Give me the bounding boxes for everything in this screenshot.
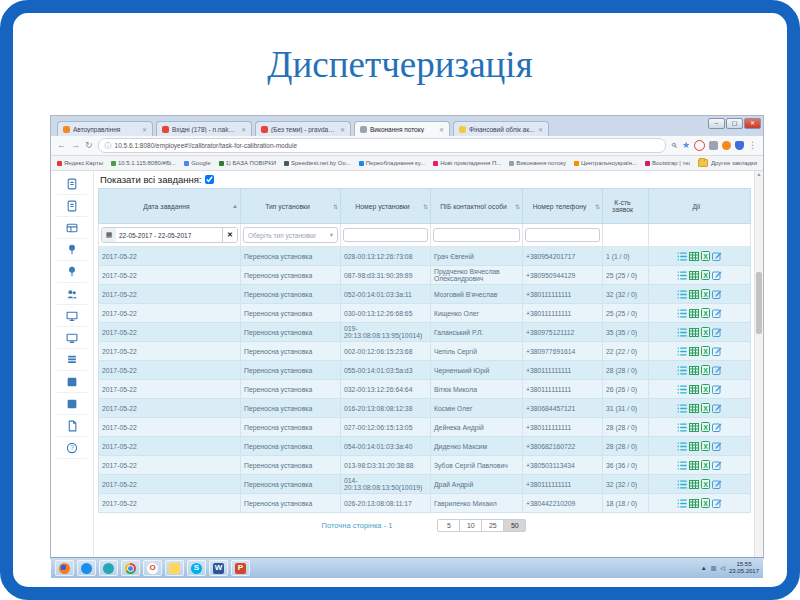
name-filter-input[interactable] <box>433 228 520 242</box>
scroll-up-icon[interactable]: ▲ <box>755 171 763 178</box>
card-icon[interactable] <box>57 217 87 239</box>
edit-icon[interactable] <box>712 422 722 432</box>
tray-network-icon[interactable]: ▥ <box>711 565 717 571</box>
menu-dots-icon[interactable]: ⋮ <box>748 141 757 150</box>
teal-app-icon[interactable] <box>99 560 118 576</box>
tasks-list-icon[interactable] <box>677 404 687 413</box>
tasks-list-icon[interactable] <box>677 480 687 489</box>
table-view-icon[interactable] <box>689 366 699 375</box>
tasks-list-icon[interactable] <box>677 328 687 337</box>
extension-icon[interactable] <box>722 141 731 150</box>
column-header[interactable]: Дії <box>649 189 751 224</box>
tasks-list-icon[interactable] <box>677 271 687 280</box>
bookmark-item[interactable]: Google <box>184 160 210 166</box>
page-size-button[interactable]: 25 <box>482 519 504 532</box>
clear-date-icon[interactable]: ✕ <box>222 228 237 242</box>
tab-close-icon[interactable]: ✕ <box>538 126 543 133</box>
maximize-button[interactable]: ▢ <box>726 118 743 129</box>
table-view-icon[interactable] <box>689 328 699 337</box>
excel-export-icon[interactable]: X <box>701 403 710 413</box>
tasks-list-icon[interactable] <box>677 423 687 432</box>
tab-close-icon[interactable]: ✕ <box>439 126 444 133</box>
other-bookmarks[interactable]: Другие закладки <box>698 159 757 167</box>
document-icon[interactable] <box>57 195 87 217</box>
address-bar[interactable]: ⓘ 10.5.6.1:8080/employee#!/calibrator/ta… <box>98 138 666 153</box>
back-icon[interactable]: ← <box>57 141 66 150</box>
column-header[interactable]: К-сть заявок <box>603 189 649 224</box>
app-icon[interactable] <box>57 371 87 393</box>
excel-export-icon[interactable]: X <box>701 479 710 489</box>
search-icon[interactable]: 🔍︎ <box>671 142 678 149</box>
scrollbar-thumb[interactable] <box>756 272 762 334</box>
thunderbird-icon[interactable] <box>77 560 96 576</box>
sort-icon[interactable]: ⇅ <box>595 203 600 210</box>
monitor-icon[interactable] <box>57 305 87 327</box>
excel-export-icon[interactable]: X <box>701 346 710 356</box>
excel-export-icon[interactable]: X <box>701 441 710 451</box>
file-icon[interactable] <box>57 415 87 437</box>
skype-icon[interactable]: S <box>187 560 206 576</box>
table-view-icon[interactable] <box>689 290 699 299</box>
table-view-icon[interactable] <box>689 423 699 432</box>
bookmark-item[interactable]: Переобладнання ку... <box>359 160 425 166</box>
pin-icon[interactable] <box>57 261 87 283</box>
browser-tab[interactable]: Вхідні (178) - n.nakon...✕ <box>156 121 252 136</box>
page-size-button[interactable]: 50 <box>504 519 526 532</box>
edit-icon[interactable] <box>712 251 722 261</box>
excel-export-icon[interactable]: X <box>701 289 710 299</box>
table-view-icon[interactable] <box>689 499 699 508</box>
tasks-list-icon[interactable] <box>677 309 687 318</box>
excel-export-icon[interactable]: X <box>701 422 710 432</box>
column-header[interactable]: Номер телефону⇅ <box>523 189 603 224</box>
edit-icon[interactable] <box>712 479 722 489</box>
tasks-list-icon[interactable] <box>677 347 687 356</box>
edit-icon[interactable] <box>712 365 722 375</box>
sort-icon[interactable]: ⇅ <box>333 203 338 210</box>
sort-icon[interactable]: ⇅ <box>423 203 428 210</box>
edit-icon[interactable] <box>712 346 722 356</box>
excel-export-icon[interactable]: X <box>701 308 710 318</box>
browser-tab[interactable]: Виконання потоку✕ <box>354 121 450 136</box>
bookmark-item[interactable]: 1) БАЗА ПОВІРКИ <box>219 160 277 166</box>
tray-caret-up-icon[interactable]: ▲ <box>701 565 707 571</box>
tasks-list-icon[interactable] <box>677 442 687 451</box>
edit-icon[interactable] <box>712 403 722 413</box>
bookmark-item[interactable]: 10.5.1.115:8080/#Бі... <box>111 160 176 166</box>
edit-icon[interactable] <box>712 441 722 451</box>
bookmark-item[interactable]: Bootstrap | телефо... <box>645 160 690 166</box>
forward-icon[interactable]: → <box>71 141 80 150</box>
tasks-list-icon[interactable] <box>677 499 687 508</box>
excel-export-icon[interactable]: X <box>701 498 710 508</box>
chrome-icon[interactable] <box>121 560 140 576</box>
bookmark-item[interactable]: Яндекс.Карты <box>57 160 103 166</box>
word-icon[interactable]: W <box>209 560 228 576</box>
excel-export-icon[interactable]: X <box>701 327 710 337</box>
monitor-icon[interactable] <box>57 327 87 349</box>
column-header[interactable]: Дата завдання▲ <box>99 189 241 224</box>
close-button[interactable]: ✕ <box>744 118 761 129</box>
taskbar-clock[interactable]: 15:55 23.05.2017 <box>729 561 759 575</box>
edit-icon[interactable] <box>712 460 722 470</box>
excel-export-icon[interactable]: X <box>701 365 710 375</box>
bookmark-star-icon[interactable]: ★ <box>682 141 690 150</box>
edit-icon[interactable] <box>712 289 722 299</box>
tasks-list-icon[interactable] <box>677 290 687 299</box>
table-view-icon[interactable] <box>689 271 699 280</box>
page-size-button[interactable]: 10 <box>460 519 482 532</box>
shield-extension-icon[interactable] <box>735 141 744 150</box>
extension-icon[interactable] <box>709 141 718 150</box>
database-icon[interactable] <box>57 349 87 371</box>
table-view-icon[interactable] <box>689 385 699 394</box>
bookmark-item[interactable]: Speedtest.net by Oo... <box>284 160 351 166</box>
edit-icon[interactable] <box>712 308 722 318</box>
browser-tab[interactable]: Автоуправління✕ <box>57 121 153 136</box>
table-view-icon[interactable] <box>689 309 699 318</box>
type-select[interactable]: Оберіть тип установки ▾ <box>243 227 338 243</box>
column-header[interactable]: Тип установки⇅ <box>241 189 341 224</box>
sort-icon[interactable]: ▲ <box>232 203 238 209</box>
table-view-icon[interactable] <box>689 442 699 451</box>
app-icon[interactable] <box>57 393 87 415</box>
tab-close-icon[interactable]: ✕ <box>142 126 147 133</box>
date-range-filter[interactable]: ▦ ✕ <box>101 227 238 243</box>
refresh-icon[interactable]: ↻ <box>85 141 93 150</box>
